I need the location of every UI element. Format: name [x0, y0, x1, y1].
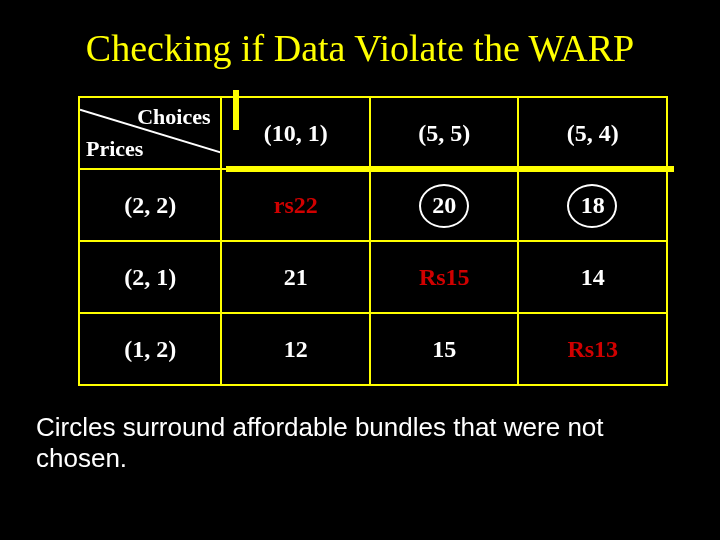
header-col-3: (5, 4): [518, 97, 667, 169]
cell-r1-c2: 20: [370, 169, 519, 241]
cell-r2-c1: 21: [221, 241, 370, 313]
header-col-1: (10, 1): [221, 97, 370, 169]
cell-r2-c3: 14: [518, 241, 667, 313]
cell-r3-c3: Rs13: [518, 313, 667, 385]
header-col-2: (5, 5): [370, 97, 519, 169]
cell-r3-c1: 12: [221, 313, 370, 385]
price-label-1: (2, 2): [79, 169, 221, 241]
header-corner-cell: Choices Prices: [79, 97, 221, 169]
warp-table: Choices Prices (10, 1) (5, 5) (5, 4) (2,…: [78, 96, 668, 386]
table-container: Choices Prices (10, 1) (5, 5) (5, 4) (2,…: [78, 96, 668, 386]
table-row: (1, 2) 12 15 Rs13: [79, 313, 667, 385]
price-label-3: (1, 2): [79, 313, 221, 385]
prices-label: Prices: [86, 136, 143, 162]
slide: Checking if Data Violate the WARP Choice…: [0, 0, 720, 540]
cell-r2-c2: Rs15: [370, 241, 519, 313]
header-row: Choices Prices (10, 1) (5, 5) (5, 4): [79, 97, 667, 169]
cell-r1-c3: 18: [518, 169, 667, 241]
slide-title: Checking if Data Violate the WARP: [30, 26, 690, 70]
cell-r3-c2: 15: [370, 313, 519, 385]
cell-r1-c1: rs22: [221, 169, 370, 241]
price-label-2: (2, 1): [79, 241, 221, 313]
table-row: (2, 2) rs22 20 18: [79, 169, 667, 241]
table-row: (2, 1) 21 Rs15 14: [79, 241, 667, 313]
cell-r1-c3-value: 18: [581, 192, 605, 218]
choices-label: Choices: [137, 104, 210, 130]
cell-r1-c2-value: 20: [432, 192, 456, 218]
caption-text: Circles surround affordable bundles that…: [36, 412, 690, 474]
